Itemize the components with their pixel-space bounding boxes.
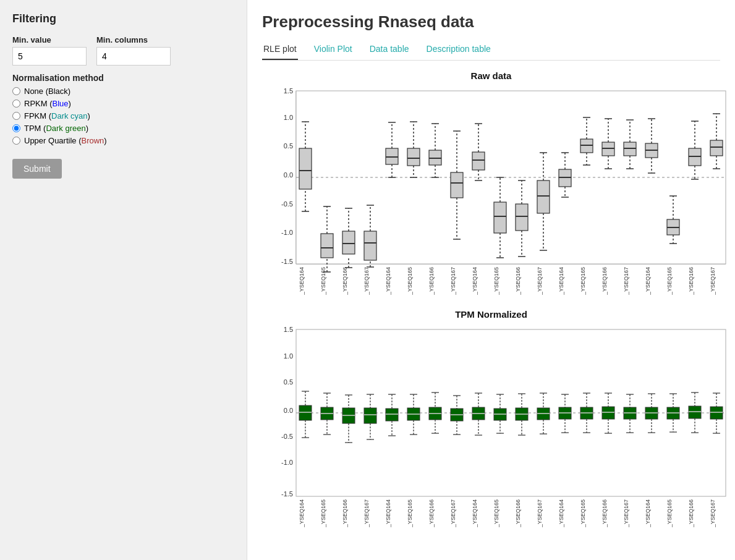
svg-text:D1829_YSEQ167: D1829_YSEQ167 (363, 267, 370, 295)
norm-none-radio[interactable] (12, 87, 20, 95)
svg-text:D1835_YSEQ167: D1835_YSEQ167 (537, 499, 543, 527)
charts-area: Raw data 1.5 1.0 0.5 0.0 -0.5 (262, 70, 720, 529)
svg-text:-1.5: -1.5 (281, 258, 293, 265)
tab-rle-plot[interactable]: RLE plot (262, 40, 298, 60)
svg-text:D1829_YSEQ167: D1829_YSEQ167 (363, 499, 370, 527)
tab-violin-plot[interactable]: Violin Plot (313, 40, 354, 60)
svg-text:D1849_YSEQ165: D1849_YSEQ165 (666, 267, 673, 295)
svg-text:D1845_YSEQ165: D1845_YSEQ165 (580, 267, 586, 295)
svg-text:D1845_YSEQ166: D1845_YSEQ166 (601, 267, 608, 295)
svg-rect-162 (299, 405, 312, 420)
svg-rect-270 (689, 406, 701, 418)
svg-text:D1832_YSEQ166: D1832_YSEQ166 (428, 499, 435, 527)
norm-upper-radio[interactable] (12, 137, 20, 145)
tpm-svg: 1.5 1.0 0.5 0.0 -0.5 -1.0 -1.5 (262, 323, 732, 527)
raw-data-chart: Raw data 1.5 1.0 0.5 0.0 -0.5 (262, 70, 720, 297)
svg-text:D1835_YSEQ164: D1835_YSEQ164 (472, 267, 478, 295)
svg-text:D1832_YSEQ166: D1832_YSEQ166 (428, 267, 435, 295)
raw-x-labels: D1829_YSEQ164 D1829_YSEQ165 D1829_YSEQ16… (299, 267, 716, 295)
norm-upper[interactable]: Upper Quartile (Brown) (12, 136, 234, 145)
svg-text:D1849_YSEQ167: D1849_YSEQ167 (710, 267, 716, 295)
min-columns-label: Min. columns (96, 35, 171, 45)
svg-text:D1829_YSEQ165: D1829_YSEQ165 (320, 499, 326, 527)
norm-none[interactable]: None (Black) (12, 87, 234, 96)
norm-none-label: None (Black) (24, 87, 70, 96)
svg-text:D1849_YSEQ166: D1849_YSEQ166 (688, 499, 694, 527)
svg-text:D1832_YSEQ167: D1832_YSEQ167 (450, 499, 456, 527)
svg-text:D1849_YSEQ165: D1849_YSEQ165 (666, 499, 673, 527)
svg-text:D1835_YSEQ166: D1835_YSEQ166 (515, 499, 521, 527)
svg-text:-1.5: -1.5 (281, 490, 293, 498)
submit-button[interactable]: Submit (12, 159, 62, 179)
svg-text:0.0: 0.0 (284, 171, 293, 179)
normalisation-section: Normalisation method None (Black) RPKM (… (12, 73, 234, 145)
norm-fpkm-label: FPKM (Dark cyan) (24, 111, 90, 121)
svg-rect-79 (537, 180, 550, 213)
svg-text:D1849_YSEQ166: D1849_YSEQ166 (688, 267, 694, 295)
min-columns-input[interactable] (96, 47, 171, 66)
tpm-x-labels: D1829_YSEQ164 D1829_YSEQ165 D1829_YSEQ16… (299, 499, 716, 527)
svg-text:D1845_YSEQ167: D1845_YSEQ167 (623, 499, 629, 527)
norm-fpkm[interactable]: FPKM (Dark cyan) (12, 111, 234, 121)
tpm-svg-wrap: 1.5 1.0 0.5 0.0 -0.5 -1.0 -1.5 (262, 323, 720, 529)
main-panel: Preprocessing Rnaseq data RLE plot Violi… (247, 0, 735, 560)
tab-data-table[interactable]: Data table (368, 40, 410, 60)
norm-rpkm-label: RPKM (Blue) (24, 99, 71, 108)
svg-text:0.5: 0.5 (284, 142, 293, 150)
svg-text:D1835_YSEQ166: D1835_YSEQ166 (515, 267, 521, 295)
svg-rect-55 (451, 172, 463, 198)
svg-text:D1845_YSEQ166: D1845_YSEQ166 (601, 499, 608, 527)
min-columns-field: Min. columns (96, 35, 171, 66)
svg-rect-127 (710, 140, 723, 156)
svg-rect-13 (299, 148, 312, 189)
norm-tpm[interactable]: TPM (Dark green) (12, 124, 234, 133)
svg-text:-0.5: -0.5 (281, 433, 293, 440)
svg-rect-31 (364, 231, 376, 260)
svg-text:D1832_YSEQ165: D1832_YSEQ165 (407, 499, 413, 527)
raw-data-title: Raw data (471, 70, 512, 81)
min-value-input[interactable] (12, 47, 87, 66)
svg-text:1.0: 1.0 (284, 352, 293, 360)
svg-text:D1832_YSEQ165: D1832_YSEQ165 (407, 267, 413, 295)
svg-text:D1835_YSEQ165: D1835_YSEQ165 (493, 267, 499, 295)
norm-rpkm-radio[interactable] (12, 100, 20, 108)
tab-description-table[interactable]: Description table (425, 40, 492, 60)
norm-upper-label: Upper Quartile (Brown) (24, 136, 107, 145)
svg-text:D1835_YSEQ164: D1835_YSEQ164 (472, 499, 478, 527)
svg-text:0.0: 0.0 (284, 407, 293, 414)
svg-text:D1829_YSEQ166: D1829_YSEQ166 (342, 499, 348, 527)
svg-text:D1829_YSEQ164: D1829_YSEQ164 (299, 499, 305, 527)
filter-fields: Min. value Min. columns (12, 35, 234, 66)
svg-rect-73 (516, 204, 528, 231)
svg-text:D1832_YSEQ164: D1832_YSEQ164 (385, 499, 391, 527)
tpm-title: TPM Normalized (455, 309, 527, 320)
raw-data-svg-wrap: 1.5 1.0 0.5 0.0 -0.5 -1.0 -1.5 (262, 85, 720, 297)
svg-text:D1849_YSEQ167: D1849_YSEQ167 (710, 499, 716, 527)
svg-text:1.0: 1.0 (284, 114, 293, 121)
svg-rect-19 (321, 234, 333, 258)
svg-text:D1832_YSEQ167: D1832_YSEQ167 (450, 267, 456, 295)
norm-fpkm-radio[interactable] (12, 112, 20, 120)
page-title: Preprocessing Rnaseq data (262, 12, 720, 32)
svg-text:D1849_YSEQ164: D1849_YSEQ164 (645, 267, 651, 295)
raw-data-svg: 1.5 1.0 0.5 0.0 -0.5 -1.0 -1.5 (262, 85, 732, 295)
svg-text:D1832_YSEQ164: D1832_YSEQ164 (385, 267, 391, 295)
svg-text:-1.0: -1.0 (281, 229, 293, 236)
tpm-chart: TPM Normalized 1.5 1.0 0.5 0.0 -0.5 -1.0… (262, 309, 720, 529)
svg-text:D1835_YSEQ165: D1835_YSEQ165 (493, 499, 499, 527)
svg-text:D1845_YSEQ167: D1845_YSEQ167 (623, 267, 629, 295)
svg-rect-186 (386, 409, 398, 421)
norm-rpkm[interactable]: RPKM (Blue) (12, 99, 234, 108)
svg-text:1.5: 1.5 (284, 326, 293, 333)
sidebar: Filtering Min. value Min. columns Normal… (0, 0, 247, 560)
svg-text:D1829_YSEQ164: D1829_YSEQ164 (299, 267, 305, 295)
sidebar-title: Filtering (12, 12, 234, 25)
svg-rect-67 (494, 202, 506, 233)
norm-tpm-radio[interactable] (12, 124, 20, 132)
svg-rect-43 (407, 148, 420, 166)
svg-text:0.5: 0.5 (284, 378, 293, 386)
tabs-bar: RLE plot Violin Plot Data table Descript… (262, 40, 720, 61)
svg-rect-180 (364, 408, 376, 423)
svg-text:D1845_YSEQ165: D1845_YSEQ165 (580, 499, 586, 527)
svg-text:D1835_YSEQ167: D1835_YSEQ167 (537, 267, 543, 295)
